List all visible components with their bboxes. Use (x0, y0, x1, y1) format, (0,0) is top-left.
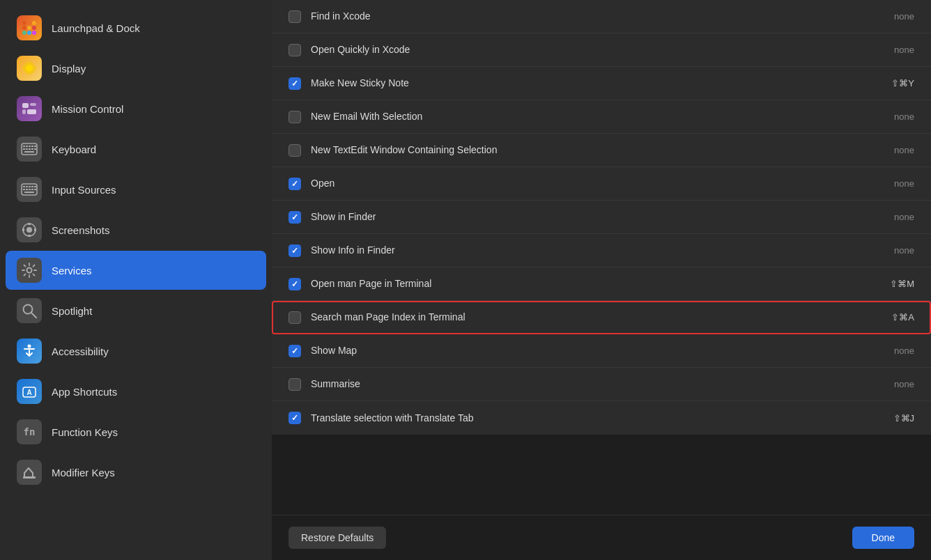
settings-row-search-man[interactable]: Search man Page Index in Terminal⇧⌘A (272, 301, 931, 334)
settings-row-open[interactable]: Opennone (272, 167, 931, 201)
checkbox-open-quickly[interactable] (288, 44, 301, 56)
input-icon (17, 177, 42, 202)
settings-row-show-info[interactable]: Show Info in Findernone (272, 234, 931, 267)
checkbox-new-email[interactable] (288, 111, 301, 123)
shortcut-summarise: none (894, 379, 914, 389)
shortcut-open-quickly: none (894, 45, 914, 55)
sidebar-item-services[interactable]: Services (6, 251, 266, 290)
checkbox-open-man[interactable] (288, 278, 301, 290)
sidebar-item-mission[interactable]: Mission Control (6, 89, 266, 128)
sidebar-item-spotlight[interactable]: Spotlight (6, 291, 266, 330)
mission-label: Mission Control (52, 103, 123, 115)
svg-rect-48 (34, 228, 36, 231)
svg-rect-18 (27, 109, 36, 114)
shortcut-search-man: ⇧⌘A (891, 312, 914, 322)
label-new-textedit: New TextEdit Window Containing Selection (311, 143, 884, 156)
svg-rect-37 (23, 189, 25, 190)
svg-rect-17 (22, 109, 26, 114)
svg-rect-29 (34, 148, 36, 150)
svg-rect-33 (26, 186, 28, 187)
launchpad-icon (17, 15, 42, 40)
checkbox-find-xcode[interactable] (288, 10, 301, 23)
sidebar-item-accessibility[interactable]: Accessibility (6, 332, 266, 371)
sidebar: Launchpad & DockDisplayMission ControlKe… (0, 0, 272, 560)
accessibility-icon (17, 339, 42, 364)
label-search-man: Search man Page Index in Terminal (311, 311, 882, 323)
sidebar-item-appshortcuts[interactable]: AApp Shortcuts (6, 372, 266, 411)
checkbox-search-man[interactable] (288, 311, 301, 324)
settings-row-open-quickly[interactable]: Open Quickly in Xcodenone (272, 33, 931, 67)
label-show-map: Show Map (311, 344, 884, 357)
sidebar-item-keyboard[interactable]: Keyboard (6, 130, 266, 169)
checkbox-translate[interactable] (288, 412, 301, 424)
svg-rect-45 (28, 223, 31, 225)
checkbox-new-textedit[interactable] (288, 144, 301, 157)
footer: Restore Defaults Done (272, 515, 931, 560)
svg-rect-20 (23, 146, 25, 147)
accessibility-label: Accessibility (52, 345, 109, 357)
checkbox-open[interactable] (288, 178, 301, 190)
svg-text:A: A (26, 389, 31, 396)
svg-rect-35 (31, 186, 33, 187)
svg-point-0 (22, 21, 26, 25)
svg-point-52 (28, 345, 31, 348)
modifierkeys-icon (17, 460, 42, 485)
settings-row-find-xcode[interactable]: Find in Xcodenone (272, 0, 931, 33)
sidebar-item-functionkeys[interactable]: fnFunction Keys (6, 412, 266, 451)
spotlight-label: Spotlight (52, 305, 92, 317)
label-show-info: Show Info in Finder (311, 244, 884, 256)
settings-row-show-finder[interactable]: Show in Findernone (272, 201, 931, 234)
settings-row-summarise[interactable]: Summarisenone (272, 368, 931, 401)
spotlight-icon (17, 298, 42, 323)
shortcut-show-info: none (894, 245, 914, 256)
svg-rect-36 (34, 186, 36, 187)
settings-list: Find in XcodenoneOpen Quickly in Xcodeno… (272, 0, 931, 435)
label-new-email: New Email With Selection (311, 110, 884, 123)
svg-rect-24 (34, 146, 36, 147)
sidebar-item-modifierkeys[interactable]: Modifier Keys (6, 453, 266, 492)
checkbox-make-sticky[interactable] (288, 77, 301, 90)
done-button[interactable]: Done (852, 527, 914, 549)
svg-rect-41 (34, 189, 36, 190)
shortcut-translate: ⇧⌘J (893, 413, 915, 423)
label-open: Open (311, 177, 884, 189)
settings-row-new-email[interactable]: New Email With Selectionnone (272, 100, 931, 134)
shortcut-open: none (894, 178, 914, 189)
main-content: Find in XcodenoneOpen Quickly in Xcodeno… (272, 0, 931, 560)
checkbox-summarise[interactable] (288, 378, 301, 391)
restore-defaults-button[interactable]: Restore Defaults (288, 527, 386, 549)
settings-row-make-sticky[interactable]: Make New Sticky Note⇧⌘Y (272, 67, 931, 100)
settings-row-new-textedit[interactable]: New TextEdit Window Containing Selection… (272, 134, 931, 167)
svg-rect-39 (29, 189, 31, 190)
checkbox-show-finder[interactable] (288, 211, 301, 224)
svg-rect-22 (29, 146, 31, 147)
svg-rect-15 (22, 103, 29, 108)
checkbox-show-map[interactable] (288, 345, 301, 357)
svg-rect-25 (23, 148, 25, 150)
svg-point-2 (32, 21, 36, 25)
settings-row-translate[interactable]: Translate selection with Translate Tab⇧⌘… (272, 401, 931, 435)
svg-rect-26 (26, 148, 28, 150)
shortcut-show-map: none (894, 345, 914, 356)
svg-rect-28 (31, 148, 33, 150)
sidebar-item-input[interactable]: Input Sources (6, 170, 266, 209)
label-translate: Translate selection with Translate Tab (311, 412, 884, 424)
display-label: Display (52, 63, 86, 75)
sidebar-item-launchpad[interactable]: Launchpad & Dock (6, 8, 266, 47)
label-find-xcode: Find in Xcode (311, 10, 884, 22)
svg-line-51 (31, 313, 37, 318)
svg-rect-47 (22, 228, 24, 231)
settings-row-open-man[interactable]: Open man Page in Terminal⇧⌘M (272, 267, 931, 301)
svg-rect-55 (23, 476, 36, 479)
sidebar-item-display[interactable]: Display (6, 49, 266, 88)
label-open-quickly: Open Quickly in Xcode (311, 43, 884, 56)
mission-icon (17, 96, 42, 121)
input-label: Input Sources (52, 184, 116, 196)
svg-point-7 (27, 31, 31, 35)
settings-row-show-map[interactable]: Show Mapnone (272, 334, 931, 368)
scroll-area[interactable]: Find in XcodenoneOpen Quickly in Xcodeno… (272, 0, 931, 515)
svg-rect-42 (24, 192, 34, 193)
functionkeys-label: Function Keys (52, 426, 118, 438)
sidebar-item-screenshots[interactable]: Screenshots (6, 210, 266, 249)
checkbox-show-info[interactable] (288, 244, 301, 257)
